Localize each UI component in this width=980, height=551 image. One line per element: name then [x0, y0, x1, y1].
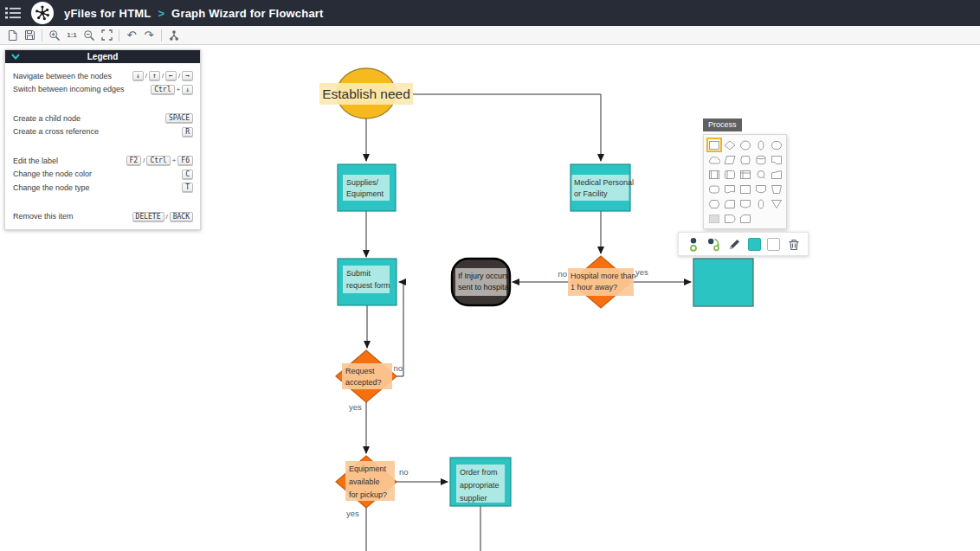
node-supplies-equipment[interactable]: Supplies/ Equipment: [338, 164, 396, 211]
edge-request-submit-no[interactable]: [397, 282, 403, 376]
shape-preparation[interactable]: [706, 196, 722, 211]
shape-terminator[interactable]: [738, 196, 753, 211]
legend-label: Remove this item: [13, 212, 74, 221]
zoom-reset-label: 1:1: [67, 31, 77, 39]
main-toolbar: 1:1 ↶ ↷: [0, 26, 980, 45]
shape-internal-storage[interactable]: [738, 167, 753, 182]
shape-direct-data[interactable]: [722, 167, 738, 182]
shape-predefined-process[interactable]: [706, 167, 722, 182]
legend-label: Navigate between the nodes: [13, 72, 112, 80]
node-request-accepted[interactable]: Request accepted?: [336, 350, 397, 402]
shape-parallelogram[interactable]: [722, 152, 738, 167]
node-label-line: request form: [346, 281, 390, 290]
legend-row: Remove this item DELETE/BACK: [13, 210, 193, 224]
edge-label-yes: yes: [346, 509, 359, 518]
edge-establish-medical[interactable]: [413, 94, 601, 161]
shape-database[interactable]: [753, 152, 769, 167]
shape-delay[interactable]: [722, 211, 738, 226]
node-label-line: for pickup?: [349, 490, 387, 499]
shape-off-page-reference[interactable]: [722, 196, 738, 211]
node-label-line: sent to hospital: [458, 283, 511, 292]
keycap: C: [182, 170, 193, 179]
zoom-reset-button[interactable]: 1:1: [63, 28, 81, 43]
keycap: ↑: [149, 71, 160, 80]
node-medical-personal[interactable]: Medical Personal or Facility: [571, 164, 634, 211]
keycap: BACK: [170, 212, 193, 221]
color-swatch-teal[interactable]: [748, 238, 761, 251]
legend-label: Change the node type: [13, 183, 90, 192]
shape-diamond[interactable]: [722, 138, 738, 152]
key-separator: /: [166, 213, 168, 221]
shape-display[interactable]: [738, 152, 753, 167]
menu-list-icon[interactable]: [0, 0, 26, 26]
node-order-supplier[interactable]: Order from appropriate supplier: [450, 458, 511, 506]
legend-header[interactable]: Legend: [5, 50, 200, 63]
palette-tooltip: Process: [703, 119, 742, 131]
shape-rounded-process[interactable]: [706, 182, 722, 196]
edit-label-pencil-icon[interactable]: [727, 237, 742, 252]
legend-row: Switch between incoming edges Ctrl+↓: [13, 83, 193, 97]
legend-row: Change the node color C: [13, 168, 193, 182]
breadcrumb-separator: >: [158, 7, 165, 20]
graph-canvas[interactable]: no yes no yes no yes Establish need Supp…: [0, 45, 980, 551]
shape-annotation[interactable]: [706, 211, 722, 226]
keycap: ←: [165, 71, 177, 80]
zoom-out-button[interactable]: [81, 28, 98, 43]
shape-document[interactable]: [722, 182, 738, 196]
redo-button[interactable]: ↷: [140, 28, 158, 43]
node-injury-hospital[interactable]: If Injury occurs, sent to hospital: [452, 259, 511, 305]
legend-label: Change the node color: [13, 170, 92, 178]
node-label-line: Request: [345, 367, 375, 375]
breadcrumb: yFiles for HTML > Graph Wizard for Flowc…: [64, 7, 324, 20]
edge-label-no: no: [399, 467, 409, 477]
node-label-line: Equipment: [349, 465, 387, 473]
node-label-line: accepted?: [345, 378, 382, 387]
toolbar-separator: [161, 29, 162, 42]
collapse-chevron-icon[interactable]: [11, 54, 20, 60]
node-equipment-available[interactable]: Equipment available for pickup?: [336, 456, 397, 508]
shape-card[interactable]: [769, 152, 784, 167]
save-button[interactable]: [21, 28, 38, 43]
app-window: yFiles for HTML > Graph Wizard for Flowc…: [0, 0, 980, 551]
shape-cloud[interactable]: [706, 152, 722, 167]
legend-body: Navigate between the nodes ↓/↑/←/→ Switc…: [5, 63, 200, 229]
shape-stored-data[interactable]: [753, 182, 769, 196]
legend-label: Edit the label: [13, 157, 58, 165]
delete-trash-icon[interactable]: [786, 237, 801, 252]
shape-ellipse[interactable]: [738, 138, 753, 152]
shape-rounded-rectangle[interactable]: [769, 138, 784, 152]
edge-label-no: no: [393, 363, 403, 373]
zoom-in-button[interactable]: [46, 28, 63, 43]
shape-rectangle[interactable]: [706, 138, 722, 152]
node-untitled-process[interactable]: [693, 259, 753, 306]
keycap: Ctrl: [151, 85, 174, 94]
node-label: Establish need: [322, 86, 410, 101]
shape-manual-input[interactable]: [769, 167, 784, 182]
key-separator: /: [162, 72, 164, 80]
shape-merge[interactable]: [769, 196, 784, 211]
node-submit-request[interactable]: Submit request form: [338, 259, 397, 305]
shape-or[interactable]: [753, 196, 769, 211]
edge-label-yes: yes: [635, 267, 648, 277]
yworks-logo-icon[interactable]: [31, 2, 54, 24]
add-child-node-icon[interactable]: [686, 237, 700, 252]
new-document-button[interactable]: [3, 28, 21, 43]
node-establish-need[interactable]: Establish need: [319, 68, 413, 119]
shape-sequential-data[interactable]: [753, 167, 769, 182]
legend-row: Create a child node SPACE: [13, 112, 193, 125]
legend-label: Create a child node: [13, 114, 81, 123]
shape-narrow-ellipse[interactable]: [753, 138, 769, 152]
color-swatch-white[interactable]: [767, 238, 780, 251]
keycap: SPACE: [165, 113, 193, 123]
undo-button[interactable]: ↶: [123, 28, 140, 43]
keycap: ↓: [182, 85, 193, 94]
shape-process[interactable]: [738, 182, 753, 196]
shape-manual-operation[interactable]: [769, 182, 784, 196]
legend-label: Create a cross reference: [13, 127, 99, 136]
fit-content-button[interactable]: [98, 28, 115, 43]
node-hospital-far[interactable]: Hospital more than 1 hour away?: [568, 256, 636, 308]
layout-button[interactable]: [165, 28, 183, 43]
add-cross-reference-icon[interactable]: [706, 237, 721, 252]
shape-loop-limit[interactable]: [738, 211, 753, 226]
app-title[interactable]: yFiles for HTML: [64, 7, 152, 20]
